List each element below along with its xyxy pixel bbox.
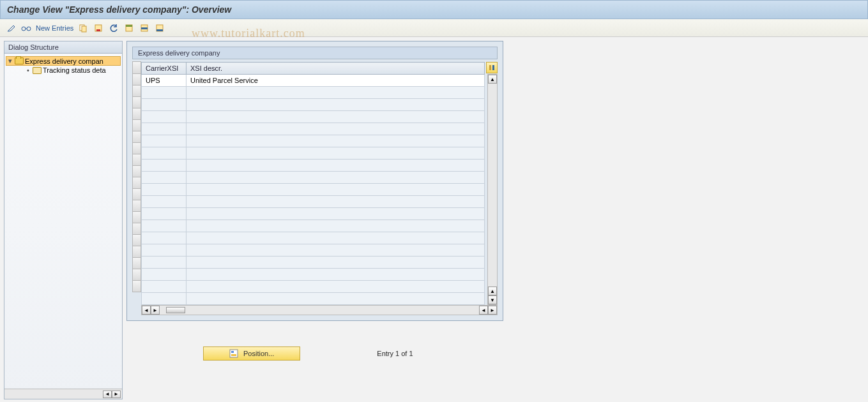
grid-title: Express delivery company <box>132 47 498 59</box>
table-row-empty[interactable] <box>142 293 485 305</box>
table-row-empty[interactable] <box>142 208 485 220</box>
table-row-empty[interactable] <box>142 184 485 196</box>
scroll-right-inner-button[interactable]: ► <box>151 306 160 315</box>
table-row-empty[interactable] <box>142 257 485 269</box>
tree: ▾ Express delivery compan • Tracking sta… <box>4 54 122 389</box>
footer: Position... Entry 1 of 1 <box>126 346 864 361</box>
toolbar: New Entries <box>0 19 868 37</box>
bullet-icon: • <box>25 66 31 74</box>
row-header[interactable] <box>132 188 141 200</box>
row-header[interactable] <box>132 246 141 258</box>
col-carrier[interactable]: CarrierXSI <box>142 63 187 75</box>
expand-icon[interactable]: ▾ <box>7 57 13 65</box>
select-all-icon[interactable] <box>123 22 135 34</box>
position-label: Position... <box>243 350 274 357</box>
row-header[interactable] <box>132 119 141 131</box>
svg-rect-5 <box>96 29 100 31</box>
row-header[interactable] <box>132 142 141 154</box>
new-entries-button[interactable]: New Entries <box>36 24 73 32</box>
row-header[interactable] <box>132 211 141 223</box>
svg-rect-9 <box>141 27 148 29</box>
table-row-empty[interactable] <box>142 99 485 111</box>
svg-rect-11 <box>156 29 163 31</box>
folder-closed-icon <box>33 67 42 74</box>
table-row-empty[interactable] <box>142 172 485 184</box>
grid-panel: Express delivery company CarrierXSI XSI … <box>126 41 503 321</box>
glasses-icon[interactable] <box>20 22 32 34</box>
row-header[interactable] <box>132 165 141 177</box>
svg-rect-14 <box>230 350 238 357</box>
select-block-icon[interactable] <box>139 22 150 34</box>
scroll-right-button[interactable]: ► <box>112 391 121 398</box>
toggle-icon[interactable] <box>5 22 17 34</box>
table-row-empty[interactable] <box>142 281 485 293</box>
sidebar-hscroll: ◄ ► <box>4 389 122 399</box>
svg-rect-13 <box>492 65 494 70</box>
scroll-up-button[interactable]: ▲ <box>488 75 497 84</box>
configure-columns-icon[interactable] <box>486 62 498 73</box>
row-header[interactable] <box>132 96 141 108</box>
table-row-empty[interactable] <box>142 123 485 135</box>
dialog-structure-panel: Dialog Structure ▾ Express delivery comp… <box>4 41 123 399</box>
scroll-left-end-button[interactable]: ◄ <box>479 306 488 315</box>
table-row-empty[interactable] <box>142 111 485 123</box>
svg-point-1 <box>27 27 31 31</box>
row-header[interactable] <box>132 85 141 97</box>
content-area: Express delivery company CarrierXSI XSI … <box>123 37 868 402</box>
row-header[interactable] <box>132 177 141 189</box>
svg-point-0 <box>22 27 26 31</box>
vertical-scrollbar[interactable]: ▲ ▲ ▼ <box>487 74 498 305</box>
table-row-empty[interactable] <box>142 220 485 232</box>
save-variant-icon[interactable] <box>93 22 104 34</box>
svg-rect-12 <box>489 65 491 70</box>
tree-node-express-delivery[interactable]: ▾ Express delivery compan <box>6 56 121 66</box>
table-row-empty[interactable] <box>142 160 485 172</box>
data-grid[interactable]: CarrierXSI XSI descr. UPSUnited Parcel S… <box>141 62 485 305</box>
row-header[interactable] <box>132 73 141 86</box>
scroll-thumb[interactable] <box>166 307 185 313</box>
row-header[interactable] <box>132 108 141 120</box>
table-row-empty[interactable] <box>142 87 485 99</box>
table-row-empty[interactable] <box>142 232 485 244</box>
row-header[interactable] <box>132 200 141 212</box>
position-button[interactable]: Position... <box>203 346 300 361</box>
scroll-left-button[interactable]: ◄ <box>142 306 151 315</box>
tree-node-tracking-status[interactable]: • Tracking status deta <box>6 66 121 75</box>
row-header[interactable] <box>132 131 141 143</box>
row-header[interactable] <box>132 154 141 166</box>
table-row-empty[interactable] <box>142 147 485 160</box>
scroll-left-button[interactable]: ◄ <box>103 391 112 398</box>
undo-icon[interactable] <box>108 22 119 34</box>
row-header[interactable] <box>132 269 141 281</box>
row-header[interactable] <box>132 257 141 269</box>
window-title: Change View "Express delivery company": … <box>0 0 868 19</box>
position-icon <box>229 349 238 358</box>
deselect-all-icon[interactable] <box>154 22 165 34</box>
cell-carrier[interactable]: UPS <box>142 75 187 87</box>
scroll-down-button[interactable]: ▲ <box>488 287 497 295</box>
row-header[interactable] <box>132 234 141 246</box>
cell-desc[interactable]: United Parcel Service <box>187 75 485 87</box>
tree-label: Tracking status deta <box>43 66 106 74</box>
table-row-empty[interactable] <box>142 135 485 147</box>
table-row-empty[interactable] <box>142 269 485 281</box>
row-headers <box>132 62 141 305</box>
horizontal-scrollbar[interactable]: ◄ ► ◄ ► <box>141 305 498 315</box>
sidebar-header: Dialog Structure <box>4 41 122 54</box>
svg-rect-3 <box>82 26 86 32</box>
table-row-empty[interactable] <box>142 244 485 257</box>
folder-open-icon <box>15 57 24 64</box>
col-desc[interactable]: XSI descr. <box>187 63 485 75</box>
svg-rect-16 <box>231 354 236 356</box>
table-row-empty[interactable] <box>142 196 485 208</box>
entry-count: Entry 1 of 1 <box>377 350 413 357</box>
scroll-right-end-button[interactable]: ► <box>488 306 497 315</box>
row-header[interactable] <box>132 223 141 235</box>
copy-icon[interactable] <box>77 22 89 34</box>
scroll-down-button2[interactable]: ▼ <box>488 295 497 304</box>
row-header[interactable] <box>132 280 141 292</box>
svg-rect-15 <box>231 351 234 353</box>
table-row[interactable]: UPSUnited Parcel Service <box>142 75 485 87</box>
tree-label: Express delivery compan <box>25 57 103 65</box>
svg-rect-7 <box>126 25 132 27</box>
